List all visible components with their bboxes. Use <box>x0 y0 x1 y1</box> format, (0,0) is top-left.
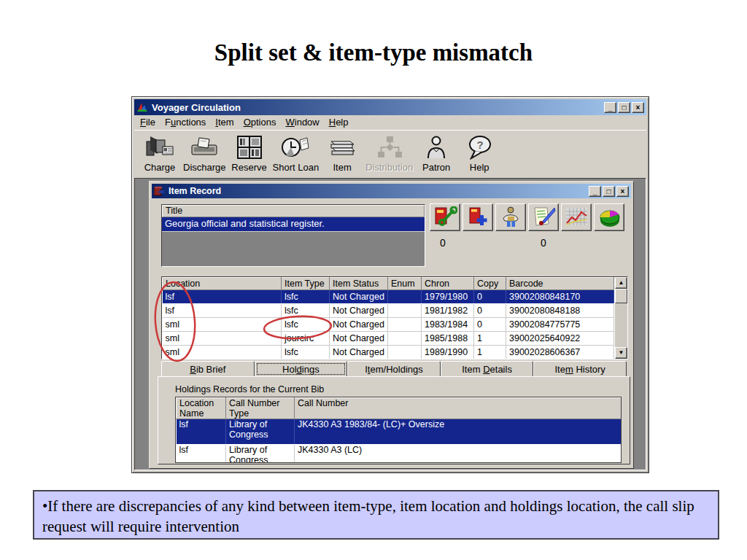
menu-file[interactable]: File <box>136 116 161 129</box>
cell: JK4330 A3 (LC) <box>295 445 622 464</box>
cell: 1981/1982 <box>422 304 474 318</box>
add-item-button[interactable] <box>462 203 493 231</box>
maximize-button[interactable]: □ <box>618 102 630 113</box>
scroll-up-button[interactable]: ▲ <box>615 277 627 289</box>
short-loan-icon <box>281 133 310 162</box>
notes-button[interactable] <box>528 203 559 231</box>
cell: sml <box>163 346 282 359</box>
tab-item-details[interactable]: Item Details <box>441 361 534 377</box>
cell: 39002080848170 <box>506 290 614 304</box>
tab-holdings[interactable]: Holdings <box>255 361 348 377</box>
note-box: •If there are discrepancies of any kind … <box>33 490 719 540</box>
toolbar-button-discharge[interactable]: Discharge <box>183 133 226 173</box>
items-grid: LocationItem TypeItem StatusEnumChronCop… <box>162 277 614 359</box>
tab-bib-brief[interactable]: Bib Brief <box>161 361 255 377</box>
items-scrollbar[interactable]: ▲ ▼ <box>615 277 627 359</box>
tab-item-holdings[interactable]: Item/Holdings <box>347 361 441 377</box>
toolbar-button-label: Discharge <box>183 162 226 173</box>
item-record-icon <box>154 187 165 196</box>
cell <box>388 332 422 346</box>
table-row[interactable]: smljourcircNot Charged1985/1988139002025… <box>163 332 614 346</box>
minimize-button[interactable]: _ <box>589 186 601 197</box>
charts-button[interactable] <box>594 203 624 231</box>
holdings-header-row: Location NameCall Number TypeCall Number <box>177 398 622 419</box>
cell: 1 <box>474 346 506 359</box>
cell: 39002025640922 <box>506 332 614 346</box>
table-row[interactable]: lsflsfcNot Charged1979/19800390020808481… <box>163 290 614 304</box>
column-header-item-status[interactable]: Item Status <box>330 278 388 290</box>
menu-item[interactable]: Item <box>212 116 239 129</box>
cell: JK4330 A3 1983/84- (LC)+ Oversize <box>295 419 622 445</box>
cell: lsf <box>177 419 226 445</box>
cell: sml <box>163 318 282 332</box>
toolbar-button-charge[interactable]: Charge <box>140 133 179 173</box>
column-header-call-number[interactable]: Call Number <box>295 398 622 419</box>
toolbar-button-label: Reserve <box>231 162 266 173</box>
table-row[interactable]: smllsfcNot Charged1983/19840390020847757… <box>163 318 614 332</box>
menu-functions[interactable]: Functions <box>161 116 212 129</box>
charge-icon <box>145 133 174 162</box>
toolbar-button-label: Help <box>470 162 489 173</box>
scroll-track[interactable] <box>615 303 627 347</box>
cell: Not Charged <box>330 332 388 346</box>
app-titlebar: Voyager Circulation _□× <box>134 99 646 115</box>
table-row[interactable]: lsfLibrary of CongressJK4330 A3 1983/84-… <box>177 419 622 445</box>
column-header-location-name[interactable]: Location Name <box>177 398 226 419</box>
column-header-barcode[interactable]: Barcode <box>506 278 614 290</box>
toolbar-button-patron[interactable]: Patron <box>417 133 456 173</box>
close-button[interactable]: × <box>632 102 644 113</box>
edit-item-button[interactable] <box>430 203 460 231</box>
cell: 0 <box>474 290 506 304</box>
column-header-copy[interactable]: Copy <box>474 278 506 290</box>
item-record-window-buttons: _□× <box>589 186 629 197</box>
cell: jourcirc <box>282 332 330 346</box>
scroll-thumb[interactable] <box>615 289 627 303</box>
menu-window[interactable]: Window <box>282 116 325 129</box>
menubar: FileFunctionsItemOptionsWindowHelp <box>134 115 646 130</box>
cell <box>388 304 422 318</box>
toolbar-button-short-loan[interactable]: Short Loan <box>273 133 320 173</box>
toolbar-button-item[interactable]: Item <box>322 133 362 173</box>
patron-button[interactable] <box>495 203 526 231</box>
toolbar-button-label: Patron <box>422 162 450 173</box>
toolbar-button-label: Charge <box>144 162 176 173</box>
statistics-button[interactable] <box>561 203 592 231</box>
cell: lsf <box>177 445 226 464</box>
column-header-call-number-type[interactable]: Call Number Type <box>226 398 295 419</box>
minimize-button[interactable]: _ <box>604 102 616 113</box>
table-row[interactable]: lsflsfcNot Charged1981/19820390020808481… <box>163 304 614 318</box>
tab-bar: Bib BriefHoldingsItem/HoldingsItem Detai… <box>161 361 627 377</box>
cell: lsfc <box>282 290 330 304</box>
cell: 0 <box>474 304 506 318</box>
edit-item-icon <box>433 206 457 229</box>
slide-title: Split set & item-type mismatch <box>0 39 747 66</box>
notes-icon <box>532 206 556 229</box>
item-record-body: Title Georgia official and statistical r… <box>152 198 631 466</box>
menu-help[interactable]: Help <box>325 116 355 129</box>
close-button[interactable]: × <box>616 186 629 197</box>
table-row[interactable]: lsfLibrary of CongressJK4330 A3 (LC) <box>177 445 622 464</box>
cell: Library of Congress <box>226 445 295 464</box>
cell <box>388 346 422 359</box>
help-icon: ? <box>465 133 494 162</box>
table-row[interactable]: smllsfcNot Charged1989/19901390020286063… <box>163 346 614 359</box>
item-icon <box>328 133 357 162</box>
holdings-caption: Holdings Records for the Current Bib <box>175 384 324 394</box>
title-list-row[interactable]: Georgia official and statistical registe… <box>162 217 425 232</box>
tab-item-history[interactable]: Item History <box>533 361 627 377</box>
cell: 1983/1984 <box>422 318 474 332</box>
column-header-location[interactable]: Location <box>163 278 282 290</box>
column-header-enum[interactable]: Enum <box>388 278 422 290</box>
maximize-button[interactable]: □ <box>603 186 615 197</box>
counter-badge: 0 <box>440 237 446 249</box>
menu-options[interactable]: Options <box>240 116 282 129</box>
cell: Not Charged <box>330 318 388 332</box>
column-header-item-type[interactable]: Item Type <box>282 278 330 290</box>
column-header-chron[interactable]: Chron <box>422 278 474 290</box>
patron-icon <box>422 133 451 162</box>
toolbar-button-help[interactable]: ?Help <box>460 133 499 173</box>
scroll-down-button[interactable]: ▼ <box>615 347 627 359</box>
toolbar-button-reserve[interactable]: Reserve <box>230 133 269 173</box>
cell: lsf <box>163 290 282 304</box>
cell: 1985/1988 <box>422 332 474 346</box>
